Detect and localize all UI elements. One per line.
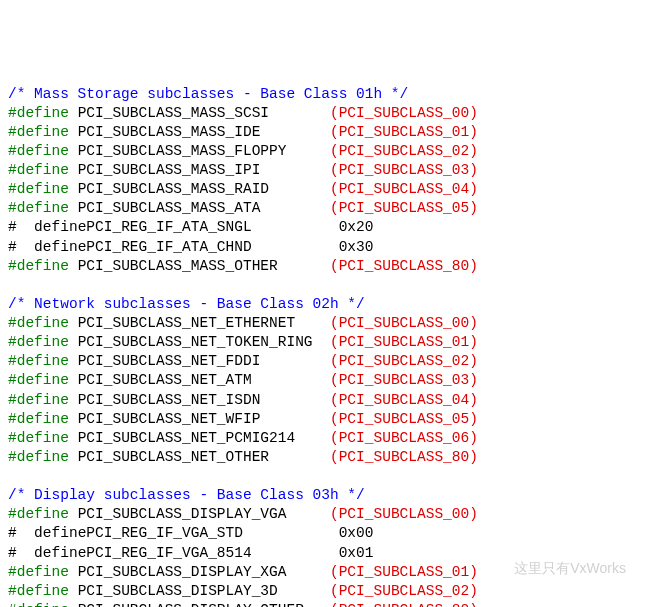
macro-value: 0x01 (339, 545, 374, 561)
code-line: #define PCI_SUBCLASS_MASS_SCSI (PCI_SUBC… (8, 105, 478, 121)
code-line: #define PCI_SUBCLASS_DISPLAY_OTHER (PCI_… (8, 602, 478, 607)
define-directive: #define (8, 564, 78, 580)
code-line: #define PCI_SUBCLASS_NET_ISDN (PCI_SUBCL… (8, 392, 478, 408)
define-directive: #define (8, 506, 78, 522)
code-line: #define PCI_SUBCLASS_NET_TOKEN_RING (PCI… (8, 334, 478, 350)
code-line: #define PCI_SUBCLASS_MASS_IPI (PCI_SUBCL… (8, 162, 478, 178)
code-comment: /* Mass Storage subclasses - Base Class … (8, 86, 408, 102)
define-directive: #define (8, 143, 78, 159)
define-directive: #define (8, 602, 78, 607)
code-line: #define PCI_SUBCLASS_MASS_ATA (PCI_SUBCL… (8, 200, 478, 216)
define-directive: #define (8, 315, 78, 331)
define-directive: #define (8, 411, 78, 427)
code-line: #define PCI_SUBCLASS_DISPLAY_XGA (PCI_SU… (8, 564, 478, 580)
macro-name: PCI_SUBCLASS_DISPLAY_3D (78, 583, 330, 599)
macro-value: (PCI_SUBCLASS_02) (330, 143, 478, 159)
define-directive: #define (8, 162, 78, 178)
define-directive: #define (8, 181, 78, 197)
macro-name: PCI_SUBCLASS_DISPLAY_VGA (78, 506, 330, 522)
macro-name: PCI_SUBCLASS_DISPLAY_XGA (78, 564, 330, 580)
code-block: /* Mass Storage subclasses - Base Class … (8, 85, 648, 608)
macro-name: ePCI_REG_IF_VGA_STD (78, 525, 339, 541)
macro-value: (PCI_SUBCLASS_02) (330, 583, 478, 599)
code-line: #define PCI_SUBCLASS_NET_ETHERNET (PCI_S… (8, 315, 478, 331)
define-directive: #define (8, 258, 78, 274)
macro-name: PCI_SUBCLASS_MASS_IPI (78, 162, 330, 178)
macro-name: PCI_SUBCLASS_NET_ATM (78, 372, 330, 388)
macro-value: (PCI_SUBCLASS_03) (330, 162, 478, 178)
define-directive: #define (8, 449, 78, 465)
macro-value: (PCI_SUBCLASS_06) (330, 430, 478, 446)
code-line: #define PCI_SUBCLASS_NET_ATM (PCI_SUBCLA… (8, 372, 478, 388)
macro-name: PCI_SUBCLASS_NET_ETHERNET (78, 315, 330, 331)
code-comment: /* Network subclasses - Base Class 02h *… (8, 296, 365, 312)
macro-name: PCI_SUBCLASS_MASS_ATA (78, 200, 330, 216)
define-directive: #define (8, 372, 78, 388)
define-directive: #define (8, 334, 78, 350)
macro-value: (PCI_SUBCLASS_05) (330, 200, 478, 216)
macro-value: (PCI_SUBCLASS_05) (330, 411, 478, 427)
define-directive: #define (8, 392, 78, 408)
macro-value: (PCI_SUBCLASS_02) (330, 353, 478, 369)
macro-name: PCI_SUBCLASS_NET_PCMIG214 (78, 430, 330, 446)
define-directive: #define (8, 430, 78, 446)
macro-value: (PCI_SUBCLASS_03) (330, 372, 478, 388)
macro-name: ePCI_REG_IF_ATA_CHND (78, 239, 339, 255)
macro-name: PCI_SUBCLASS_NET_ISDN (78, 392, 330, 408)
macro-name: PCI_SUBCLASS_MASS_FLOPPY (78, 143, 330, 159)
code-line: # definePCI_REG_IF_VGA_8514 0x01 (8, 545, 373, 561)
define-directive: # defin (8, 525, 78, 541)
code-line: #define PCI_SUBCLASS_DISPLAY_VGA (PCI_SU… (8, 506, 478, 522)
code-comment: /* Display subclasses - Base Class 03h *… (8, 487, 365, 503)
code-line: #define PCI_SUBCLASS_NET_FDDI (PCI_SUBCL… (8, 353, 478, 369)
code-line: #define PCI_SUBCLASS_MASS_IDE (PCI_SUBCL… (8, 124, 478, 140)
macro-value: (PCI_SUBCLASS_00) (330, 506, 478, 522)
code-line: #define PCI_SUBCLASS_MASS_RAID (PCI_SUBC… (8, 181, 478, 197)
code-line: # definePCI_REG_IF_ATA_SNGL 0x20 (8, 219, 373, 235)
code-line: #define PCI_SUBCLASS_MASS_FLOPPY (PCI_SU… (8, 143, 478, 159)
macro-name: ePCI_REG_IF_VGA_8514 (78, 545, 339, 561)
code-line: # definePCI_REG_IF_VGA_STD 0x00 (8, 525, 373, 541)
code-line: #define PCI_SUBCLASS_DISPLAY_3D (PCI_SUB… (8, 583, 478, 599)
macro-name: PCI_SUBCLASS_NET_TOKEN_RING (78, 334, 330, 350)
code-line: #define PCI_SUBCLASS_MASS_OTHER (PCI_SUB… (8, 258, 478, 274)
macro-value: (PCI_SUBCLASS_00) (330, 315, 478, 331)
define-directive: # defin (8, 545, 78, 561)
macro-name: PCI_SUBCLASS_NET_OTHER (78, 449, 330, 465)
macro-value: (PCI_SUBCLASS_04) (330, 181, 478, 197)
macro-value: 0x00 (339, 525, 374, 541)
macro-value: (PCI_SUBCLASS_00) (330, 105, 478, 121)
macro-name: PCI_SUBCLASS_MASS_RAID (78, 181, 330, 197)
code-line: #define PCI_SUBCLASS_NET_PCMIG214 (PCI_S… (8, 430, 478, 446)
macro-value: (PCI_SUBCLASS_04) (330, 392, 478, 408)
macro-value: 0x20 (339, 219, 374, 235)
define-directive: #define (8, 124, 78, 140)
macro-name: PCI_SUBCLASS_MASS_IDE (78, 124, 330, 140)
macro-name: PCI_SUBCLASS_MASS_OTHER (78, 258, 330, 274)
code-line: #define PCI_SUBCLASS_NET_OTHER (PCI_SUBC… (8, 449, 478, 465)
define-directive: #define (8, 200, 78, 216)
macro-value: (PCI_SUBCLASS_80) (330, 602, 478, 607)
macro-name: PCI_SUBCLASS_DISPLAY_OTHER (78, 602, 330, 607)
code-line: #define PCI_SUBCLASS_NET_WFIP (PCI_SUBCL… (8, 411, 478, 427)
macro-name: ePCI_REG_IF_ATA_SNGL (78, 219, 339, 235)
macro-name: PCI_SUBCLASS_NET_WFIP (78, 411, 330, 427)
define-directive: #define (8, 583, 78, 599)
macro-value: (PCI_SUBCLASS_01) (330, 334, 478, 350)
macro-value: (PCI_SUBCLASS_80) (330, 258, 478, 274)
define-directive: #define (8, 353, 78, 369)
define-directive: # defin (8, 239, 78, 255)
define-directive: # defin (8, 219, 78, 235)
macro-value: 0x30 (339, 239, 374, 255)
macro-value: (PCI_SUBCLASS_80) (330, 449, 478, 465)
macro-name: PCI_SUBCLASS_NET_FDDI (78, 353, 330, 369)
code-line: # definePCI_REG_IF_ATA_CHND 0x30 (8, 239, 373, 255)
define-directive: #define (8, 105, 78, 121)
macro-value: (PCI_SUBCLASS_01) (330, 124, 478, 140)
macro-name: PCI_SUBCLASS_MASS_SCSI (78, 105, 330, 121)
macro-value: (PCI_SUBCLASS_01) (330, 564, 478, 580)
